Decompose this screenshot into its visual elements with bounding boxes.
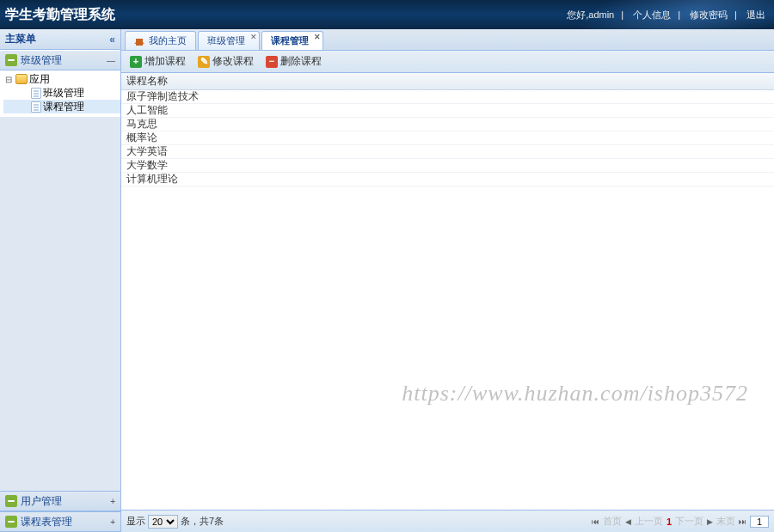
add-icon: + <box>130 56 142 68</box>
sidebar-title-label: 主菜单 <box>5 32 36 46</box>
main-area: 我的主页 班级管理 ✕ 课程管理 ✕ + 增加课程 ✎ 修改课程 − 删除课程 <box>121 29 774 532</box>
page-size-select[interactable]: 20 <box>148 515 178 529</box>
tree-root-node[interactable]: ⊟ 应用 <box>3 72 120 86</box>
sidebar: 主菜单 « 班级管理 — ⊟ 应用 班级管理 课程管理 <box>0 29 121 532</box>
panel-expand-icon: + <box>110 517 115 527</box>
last-icon: ⏭ <box>739 517 746 526</box>
column-label: 课程名称 <box>126 74 168 89</box>
panel-label: 用户管理 <box>21 494 62 509</box>
app-header: 学生考勤管理系统 您好,admin| 个人信息| 修改密码| 退出 <box>0 0 774 29</box>
cell: 概率论 <box>126 131 157 145</box>
panel-expand-icon: + <box>110 497 115 506</box>
button-label: 删除课程 <box>280 54 322 69</box>
expand-icon[interactable]: ⊟ <box>3 75 14 84</box>
tab-bar: 我的主页 班级管理 ✕ 课程管理 ✕ <box>121 29 774 51</box>
panel-user-management[interactable]: 用户管理 + <box>0 491 120 511</box>
header-links: 您好,admin| 个人信息| 修改密码| 退出 <box>563 9 769 21</box>
cell: 原子弹制造技术 <box>126 90 199 104</box>
cell: 马克思 <box>126 117 157 131</box>
panel-schedule-management[interactable]: 课程表管理 + <box>0 511 120 532</box>
nav-tree: ⊟ 应用 班级管理 课程管理 <box>0 70 120 117</box>
pager-next[interactable]: 下一页 <box>675 515 703 528</box>
sidebar-collapse-toggle[interactable]: « <box>109 34 115 46</box>
pager-last[interactable]: 末页 <box>716 515 735 528</box>
cell: 计算机理论 <box>126 172 178 187</box>
greeting-text: 您好,admin <box>563 9 617 20</box>
tree-child-course[interactable]: 课程管理 <box>3 100 120 113</box>
grid-row[interactable]: 概率论 <box>121 131 774 145</box>
grid-row[interactable]: 原子弹制造技术 <box>121 90 774 104</box>
grid-row[interactable]: 大学英语 <box>121 145 774 159</box>
grid-row[interactable]: 大学数学 <box>121 159 774 173</box>
edit-icon: ✎ <box>198 56 210 68</box>
folder-icon <box>15 74 28 84</box>
cell: 人工智能 <box>126 103 168 118</box>
tree-label: 课程管理 <box>43 100 84 114</box>
app-title: 学生考勤管理系统 <box>5 6 115 24</box>
next-icon: ▶ <box>707 517 713 526</box>
tab-course-management[interactable]: 课程管理 ✕ <box>261 31 323 50</box>
panel-collapse-icon: — <box>107 56 115 65</box>
close-icon[interactable]: ✕ <box>250 33 257 41</box>
cell: 大学数学 <box>126 158 168 173</box>
status-left: 显示 20 条，共7条 <box>126 515 224 529</box>
home-icon <box>134 36 145 46</box>
module-icon <box>5 516 17 528</box>
status-bar: 显示 20 条，共7条 ⏮ 首页 ◀ 上一页 1 下一页 ▶ 末页 ⏭ <box>121 510 774 532</box>
sidebar-spacer <box>0 117 120 491</box>
page-input[interactable] <box>750 516 769 528</box>
grid-column-header[interactable]: 课程名称 <box>121 73 774 90</box>
pager-current: 1 <box>666 517 672 527</box>
tab-class-management[interactable]: 班级管理 ✕ <box>198 31 260 50</box>
tree-label: 应用 <box>29 72 50 87</box>
pager-first[interactable]: 首页 <box>603 515 622 528</box>
watermark-text: https://www.huzhan.com/ishop3572 <box>402 381 748 407</box>
tab-label: 班级管理 <box>207 34 245 47</box>
delete-course-button[interactable]: − 删除课程 <box>261 52 327 70</box>
module-icon <box>5 54 17 66</box>
pager-prev[interactable]: 上一页 <box>635 515 663 528</box>
delete-icon: − <box>266 56 278 68</box>
total-label: 条，共7条 <box>181 515 224 528</box>
button-label: 增加课程 <box>144 54 186 69</box>
page-icon <box>31 88 41 99</box>
module-icon <box>5 495 17 507</box>
tab-label: 我的主页 <box>149 34 187 47</box>
prev-icon: ◀ <box>625 517 631 526</box>
profile-link[interactable]: 个人信息 <box>630 9 674 20</box>
panel-label: 班级管理 <box>21 53 62 68</box>
add-course-button[interactable]: + 增加课程 <box>125 52 191 70</box>
grid-body: 原子弹制造技术 人工智能 马克思 概率论 大学英语 大学数学 计算机理论 htt… <box>121 90 774 510</box>
grid-row[interactable]: 马克思 <box>121 118 774 131</box>
toolbar: + 增加课程 ✎ 修改课程 − 删除课程 <box>121 51 774 73</box>
change-password-link[interactable]: 修改密码 <box>686 9 731 20</box>
edit-course-button[interactable]: ✎ 修改课程 <box>193 52 259 70</box>
button-label: 修改课程 <box>212 54 254 69</box>
show-label: 显示 <box>126 515 145 528</box>
sidebar-title: 主菜单 « <box>0 29 120 50</box>
tree-label: 班级管理 <box>43 86 84 101</box>
page-icon <box>31 101 41 113</box>
first-icon: ⏮ <box>592 517 599 526</box>
logout-link[interactable]: 退出 <box>743 9 769 20</box>
tab-label: 课程管理 <box>271 34 309 47</box>
grid-row[interactable]: 人工智能 <box>121 104 774 118</box>
panel-label: 课程表管理 <box>21 515 72 529</box>
pager: ⏮ 首页 ◀ 上一页 1 下一页 ▶ 末页 ⏭ <box>592 515 769 528</box>
tree-child-class[interactable]: 班级管理 <box>3 86 120 100</box>
close-icon[interactable]: ✕ <box>314 33 321 41</box>
panel-class-management[interactable]: 班级管理 — <box>0 50 120 70</box>
tab-home[interactable]: 我的主页 <box>125 31 196 50</box>
grid-row[interactable]: 计算机理论 <box>121 173 774 187</box>
cell: 大学英语 <box>126 144 168 159</box>
